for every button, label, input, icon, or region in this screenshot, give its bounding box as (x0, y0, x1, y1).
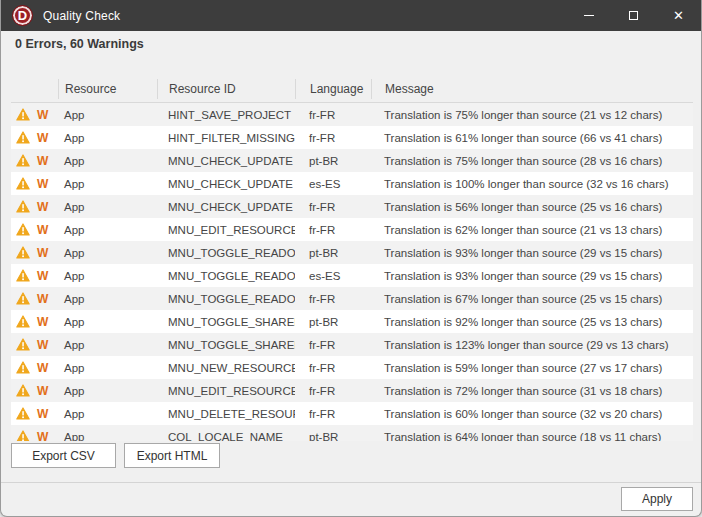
severity-label: W (37, 384, 48, 398)
severity-label: W (37, 154, 48, 168)
severity-cell: W (11, 333, 58, 356)
severity-cell: W (11, 241, 58, 264)
column-header-severity[interactable] (11, 79, 58, 99)
message-cell: Translation is 92% longer than source (2… (371, 310, 693, 333)
table-row[interactable]: WAppMNU_EDIT_RESOURCEfr-FRTranslation is… (11, 218, 693, 241)
message-cell: Translation is 59% longer than source (2… (371, 356, 693, 379)
resource-cell: App (58, 402, 157, 425)
message-cell: Translation is 72% longer than source (3… (371, 379, 693, 402)
table-row[interactable]: WAppMNU_TOGGLE_SHAREDpt-BRTranslation is… (11, 310, 693, 333)
language-cell: fr-FR (295, 126, 371, 149)
message-cell: Translation is 67% longer than source (2… (371, 287, 693, 310)
severity-cell: W (11, 356, 58, 379)
table-row[interactable]: WAppMNU_TOGGLE_READONes-ESTranslation is… (11, 264, 693, 287)
table-row[interactable]: WAppMNU_CHECK_UPDATEpt-BRTranslation is … (11, 149, 693, 172)
status-summary: 0 Errors, 60 Warnings (15, 37, 144, 51)
table-row[interactable]: WAppMNU_NEW_RESOURCE_Ifr-FRTranslation i… (11, 356, 693, 379)
severity-label: W (37, 108, 48, 122)
language-cell: fr-FR (295, 356, 371, 379)
language-cell: fr-FR (295, 379, 371, 402)
maximize-button[interactable] (611, 0, 656, 31)
resource-cell: App (58, 149, 157, 172)
message-cell: Translation is 56% longer than source (2… (371, 195, 693, 218)
severity-cell: W (11, 172, 58, 195)
table-row[interactable]: WAppMNU_CHECK_UPDATEes-ESTranslation is … (11, 172, 693, 195)
severity-label: W (37, 223, 48, 237)
minimize-button[interactable] (566, 0, 611, 31)
table-row[interactable]: WAppHINT_SAVE_PROJECTfr-FRTranslation is… (11, 103, 693, 126)
severity-cell: W (11, 310, 58, 333)
app-logo-icon: D (12, 5, 33, 26)
resource-cell: App (58, 425, 157, 441)
table-row[interactable]: WAppMNU_TOGGLE_READONfr-FRTranslation is… (11, 287, 693, 310)
message-cell: Translation is 75% longer than source (2… (371, 149, 693, 172)
resource-cell: App (58, 103, 157, 126)
resource-cell: App (58, 241, 157, 264)
table-row[interactable]: WAppHINT_FILTER_MISSINGfr-FRTranslation … (11, 126, 693, 149)
resource-cell: App (58, 310, 157, 333)
resource-id-cell: MNU_EDIT_RESOURCE_IT (157, 379, 295, 402)
resource-cell: App (58, 195, 157, 218)
severity-cell: W (11, 264, 58, 287)
language-cell: es-ES (295, 172, 371, 195)
footer-divider (1, 482, 701, 483)
resource-id-cell: COL_LOCALE_NAME (157, 425, 295, 441)
maximize-icon (629, 11, 638, 20)
warning-icon (16, 315, 30, 328)
language-cell: fr-FR (295, 218, 371, 241)
severity-label: W (37, 131, 48, 145)
table-row[interactable]: WAppMNU_EDIT_RESOURCE_ITfr-FRTranslation… (11, 379, 693, 402)
warning-icon (16, 292, 30, 305)
resource-cell: App (58, 126, 157, 149)
column-header-language[interactable]: Language (295, 79, 371, 99)
severity-cell: W (11, 402, 58, 425)
message-cell: Translation is 100% longer than source (… (371, 172, 693, 195)
warning-icon (16, 430, 30, 441)
severity-label: W (37, 338, 48, 352)
table-row[interactable]: WAppMNU_TOGGLE_SHAREDfr-FRTranslation is… (11, 333, 693, 356)
export-csv-button[interactable]: Export CSV (11, 443, 116, 468)
resource-cell: App (58, 172, 157, 195)
column-header-resource[interactable]: Resource (58, 79, 157, 99)
warning-icon (16, 200, 30, 213)
severity-cell: W (11, 425, 58, 441)
table-row[interactable]: WAppMNU_CHECK_UPDATEfr-FRTranslation is … (11, 195, 693, 218)
message-cell: Translation is 62% longer than source (2… (371, 218, 693, 241)
language-cell: pt-BR (295, 310, 371, 333)
resource-cell: App (58, 287, 157, 310)
message-cell: Translation is 93% longer than source (2… (371, 264, 693, 287)
severity-label: W (37, 269, 48, 283)
resource-id-cell: MNU_CHECK_UPDATE (157, 172, 295, 195)
resource-cell: App (58, 356, 157, 379)
column-header-resource-id[interactable]: Resource ID (157, 79, 295, 99)
language-cell: pt-BR (295, 149, 371, 172)
severity-label: W (37, 315, 48, 329)
app-logo-letter: D (18, 9, 27, 22)
warning-icon (16, 269, 30, 282)
table-row[interactable]: WAppCOL_LOCALE_NAMEpt-BRTranslation is 6… (11, 425, 693, 441)
column-header-message[interactable]: Message (371, 79, 693, 99)
resource-id-cell: MNU_NEW_RESOURCE_I (157, 356, 295, 379)
severity-cell: W (11, 218, 58, 241)
window-controls: ✕ (566, 0, 701, 31)
severity-cell: W (11, 195, 58, 218)
export-html-button[interactable]: Export HTML (124, 443, 220, 468)
table-row[interactable]: WAppMNU_TOGGLE_READONpt-BRTranslation is… (11, 241, 693, 264)
severity-label: W (37, 430, 48, 442)
table-header: Resource Resource ID Language Message (11, 75, 693, 103)
warning-icon (16, 154, 30, 167)
resource-id-cell: MNU_TOGGLE_SHARED (157, 333, 295, 356)
apply-button[interactable]: Apply (621, 487, 693, 511)
language-cell: pt-BR (295, 241, 371, 264)
titlebar[interactable]: D Quality Check ✕ (1, 0, 701, 31)
language-cell: fr-FR (295, 103, 371, 126)
severity-cell: W (11, 287, 58, 310)
warnings-table-body: WAppHINT_SAVE_PROJECTfr-FRTranslation is… (11, 103, 693, 441)
table-row[interactable]: WAppMNU_DELETE_RESOURCIfr-FRTranslation … (11, 402, 693, 425)
severity-cell: W (11, 103, 58, 126)
resource-id-cell: MNU_EDIT_RESOURCE (157, 218, 295, 241)
resource-id-cell: MNU_TOGGLE_READON (157, 264, 295, 287)
close-button[interactable]: ✕ (656, 0, 701, 31)
resource-id-cell: MNU_CHECK_UPDATE (157, 149, 295, 172)
severity-cell: W (11, 379, 58, 402)
